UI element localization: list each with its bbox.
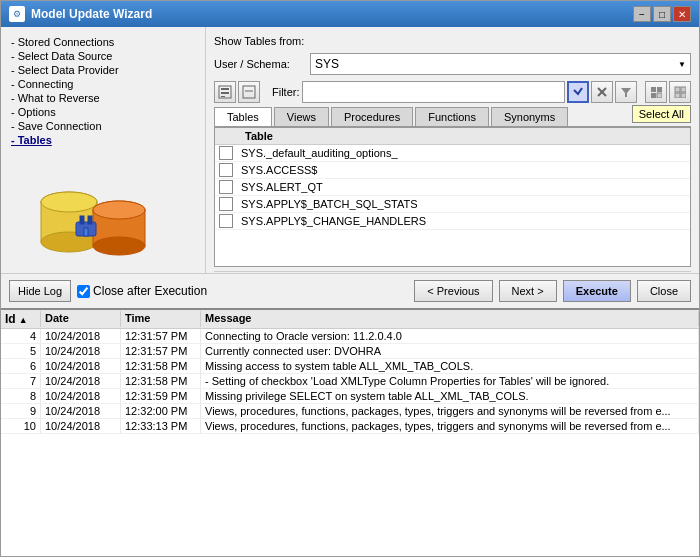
log-cell-time-5: 12:31:59 PM [121, 389, 201, 403]
maximize-button[interactable]: □ [653, 6, 671, 22]
svg-rect-13 [221, 88, 229, 90]
log-row: 4 10/24/2018 12:31:57 PM Connecting to O… [1, 329, 699, 344]
log-row: 5 10/24/2018 12:31:57 PM Currently conne… [1, 344, 699, 359]
select-all-tooltip: Select All [632, 105, 691, 123]
next-button[interactable]: Next > [499, 280, 557, 302]
sidebar-item-stored-connections[interactable]: - Stored Connections [11, 35, 195, 49]
log-table-header: Id ▲ Date Time Message [1, 310, 699, 329]
sidebar-item-connecting[interactable]: - Connecting [11, 77, 195, 91]
previous-button[interactable]: < Previous [414, 280, 492, 302]
titlebar-left: ⚙ Model Update Wizard [9, 6, 152, 22]
filter-btn-3[interactable] [615, 81, 637, 103]
schema-label: User / Schema: [214, 58, 304, 70]
filter-btn-2[interactable] [591, 81, 613, 103]
svg-rect-10 [88, 216, 92, 224]
row-checkbox-4[interactable] [219, 197, 233, 211]
sidebar-item-options[interactable]: - Options [11, 105, 195, 119]
tabs: Tables Views Procedures Functions Synony… [214, 107, 691, 127]
close-after-label: Close after Execution [93, 284, 207, 298]
svg-rect-9 [80, 216, 84, 224]
table-column-header: Table [215, 128, 690, 145]
schema-row: User / Schema: SYS ▼ [214, 53, 691, 75]
show-tables-row: Show Tables from: [214, 35, 691, 47]
sidebar-item-select-data-provider[interactable]: - Select Data Provider [11, 63, 195, 77]
select-all-btn[interactable] [645, 81, 667, 103]
svg-marker-20 [621, 88, 631, 97]
log-cell-id-2: 5 [1, 344, 41, 358]
log-cell-time-6: 12:32:00 PM [121, 404, 201, 418]
sort-asc-icon: ▲ [19, 315, 28, 325]
schema-dropdown[interactable]: SYS ▼ [310, 53, 691, 75]
svg-rect-28 [681, 93, 686, 98]
close-after-checkbox[interactable] [77, 285, 90, 298]
toolbar-btn-2[interactable] [238, 81, 260, 103]
log-cell-date-4: 10/24/2018 [41, 374, 121, 388]
log-cell-msg-3: Missing access to system table ALL_XML_T… [201, 359, 699, 373]
row-checkbox-5[interactable] [219, 214, 233, 228]
table-uncheck-icon [242, 85, 256, 99]
svg-rect-14 [221, 92, 229, 94]
sidebar-illustration [21, 172, 161, 272]
svg-rect-27 [675, 93, 680, 98]
svg-rect-26 [681, 87, 686, 92]
log-rows: 4 10/24/2018 12:31:57 PM Connecting to O… [1, 329, 699, 556]
filter-input[interactable] [302, 81, 566, 103]
main-content: - Stored Connections - Select Data Sourc… [1, 27, 699, 273]
right-panel: Show Tables from: User / Schema: SYS ▼ [206, 27, 699, 273]
sidebar: - Stored Connections - Select Data Sourc… [1, 27, 206, 273]
tab-functions[interactable]: Functions [415, 107, 489, 126]
sidebar-item-what-to-reverse[interactable]: - What to Reverse [11, 91, 195, 105]
bottom-nav: Hide Log Close after Execution < Previou… [1, 273, 699, 308]
minimize-button[interactable]: − [633, 6, 651, 22]
log-cell-date-1: 10/24/2018 [41, 329, 121, 343]
sidebar-image [11, 167, 171, 273]
svg-rect-15 [221, 96, 225, 97]
sidebar-item-select-data-source[interactable]: - Select Data Source [11, 49, 195, 63]
titlebar: ⚙ Model Update Wizard − □ ✕ [1, 1, 699, 27]
tab-procedures[interactable]: Procedures [331, 107, 413, 126]
toolbar-btn-1[interactable] [214, 81, 236, 103]
table-body[interactable]: SYS._default_auditing_options_ SYS.ACCES… [215, 145, 690, 266]
table-cell-name-3: SYS.ALERT_QT [241, 181, 323, 193]
log-cell-id-7: 10 [1, 419, 41, 433]
deselect-all-btn[interactable] [669, 81, 691, 103]
svg-rect-25 [675, 87, 680, 92]
filter-apply-icon [572, 86, 584, 98]
tab-tables[interactable]: Tables [214, 107, 272, 126]
row-checkbox-1[interactable] [219, 146, 233, 160]
log-header-date: Date [41, 311, 121, 327]
row-checkbox-2[interactable] [219, 163, 233, 177]
tab-views[interactable]: Views [274, 107, 329, 126]
log-cell-date-2: 10/24/2018 [41, 344, 121, 358]
select-all-icon [650, 86, 662, 98]
close-after-execution: Close after Execution [77, 284, 207, 298]
log-row: 10 10/24/2018 12:33:13 PM Views, procedu… [1, 419, 699, 434]
log-cell-id-1: 4 [1, 329, 41, 343]
log-cell-id-6: 9 [1, 404, 41, 418]
close-window-button[interactable]: ✕ [673, 6, 691, 22]
svg-rect-23 [651, 93, 656, 98]
log-cell-msg-5: Missing privilege SELECT on system table… [201, 389, 699, 403]
log-cell-time-7: 12:33:13 PM [121, 419, 201, 433]
filter-label: Filter: [272, 86, 300, 98]
svg-point-3 [41, 192, 97, 212]
hide-log-button[interactable]: Hide Log [9, 280, 71, 302]
log-cell-date-5: 10/24/2018 [41, 389, 121, 403]
log-area: Id ▲ Date Time Message 4 10/24/2018 12:3… [1, 308, 699, 556]
table-area: Table SYS._default_auditing_options_ SYS… [214, 127, 691, 267]
svg-rect-11 [84, 228, 88, 236]
sidebar-item-save-connection[interactable]: - Save Connection [11, 119, 195, 133]
table-row: SYS.ALERT_QT [215, 179, 690, 196]
log-cell-msg-6: Views, procedures, functions, packages, … [201, 404, 699, 418]
sidebar-item-tables[interactable]: - Tables [11, 133, 195, 147]
log-cell-msg-7: Views, procedures, functions, packages, … [201, 419, 699, 433]
show-tables-label: Show Tables from: [214, 35, 304, 47]
filter-btn-1[interactable] [567, 81, 589, 103]
main-window: ⚙ Model Update Wizard − □ ✕ - Stored Con… [0, 0, 700, 557]
row-checkbox-3[interactable] [219, 180, 233, 194]
tab-synonyms[interactable]: Synonyms [491, 107, 568, 126]
execute-button[interactable]: Execute [563, 280, 631, 302]
close-button[interactable]: Close [637, 280, 691, 302]
log-cell-id-3: 6 [1, 359, 41, 373]
table-row: SYS._default_auditing_options_ [215, 145, 690, 162]
